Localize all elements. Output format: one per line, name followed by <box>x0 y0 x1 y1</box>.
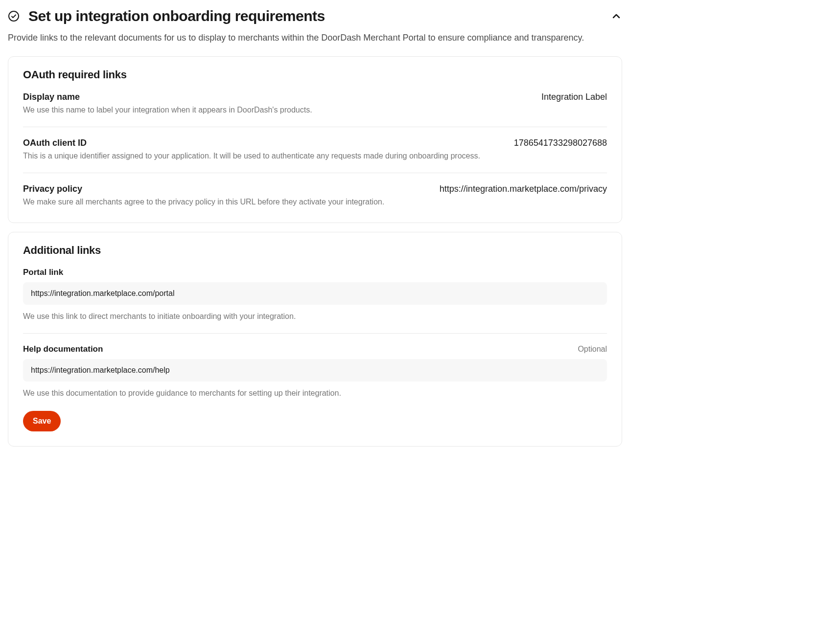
help-docs-help: We use this documentation to provide gui… <box>23 387 607 399</box>
privacy-policy-left: Privacy policy We make sure all merchant… <box>23 184 428 208</box>
privacy-policy-label: Privacy policy <box>23 184 428 194</box>
display-name-description: We use this name to label your integrati… <box>23 104 530 116</box>
help-docs-label: Help documentation <box>23 344 103 354</box>
client-id-left: OAuth client ID This is a unique identif… <box>23 138 502 162</box>
privacy-policy-value: https://integration.marketplace.com/priv… <box>440 184 607 194</box>
header-row: Set up integration onboarding requiremen… <box>8 8 622 24</box>
help-docs-input[interactable] <box>23 359 607 382</box>
privacy-policy-row: Privacy policy We make sure all merchant… <box>23 184 607 208</box>
page-title: Set up integration onboarding requiremen… <box>28 8 325 24</box>
svg-point-0 <box>9 11 19 21</box>
optional-tag: Optional <box>578 345 607 354</box>
chevron-up-icon[interactable] <box>610 10 622 22</box>
page-description: Provide links to the relevant documents … <box>8 31 622 45</box>
client-id-description: This is a unique identifier assigned to … <box>23 150 502 162</box>
oauth-links-card: OAuth required links Display name We use… <box>8 56 622 223</box>
divider <box>23 127 607 127</box>
display-name-row: Display name We use this name to label y… <box>23 92 607 116</box>
portal-link-help: We use this link to direct merchants to … <box>23 311 607 322</box>
help-docs-group: Help documentation Optional We use this … <box>23 344 607 399</box>
display-name-value: Integration Label <box>541 92 607 102</box>
divider <box>23 173 607 173</box>
additional-links-card: Additional links Portal link We use this… <box>8 232 622 447</box>
display-name-left: Display name We use this name to label y… <box>23 92 530 116</box>
save-button[interactable]: Save <box>23 411 61 431</box>
check-circle-icon <box>8 10 20 22</box>
client-id-row: OAuth client ID This is a unique identif… <box>23 138 607 162</box>
portal-link-label: Portal link <box>23 268 63 277</box>
additional-card-title: Additional links <box>23 244 607 257</box>
portal-link-input[interactable] <box>23 282 607 305</box>
portal-link-label-row: Portal link <box>23 268 607 277</box>
page-header: Set up integration onboarding requiremen… <box>8 8 622 45</box>
portal-link-group: Portal link We use this link to direct m… <box>23 268 607 322</box>
oauth-card-title: OAuth required links <box>23 68 607 81</box>
display-name-label: Display name <box>23 92 530 102</box>
client-id-value: 1786541733298027688 <box>514 138 607 148</box>
divider <box>23 333 607 334</box>
privacy-policy-description: We make sure all merchants agree to the … <box>23 196 428 208</box>
help-docs-label-row: Help documentation Optional <box>23 344 607 354</box>
client-id-label: OAuth client ID <box>23 138 502 148</box>
header-title-group: Set up integration onboarding requiremen… <box>8 8 325 24</box>
